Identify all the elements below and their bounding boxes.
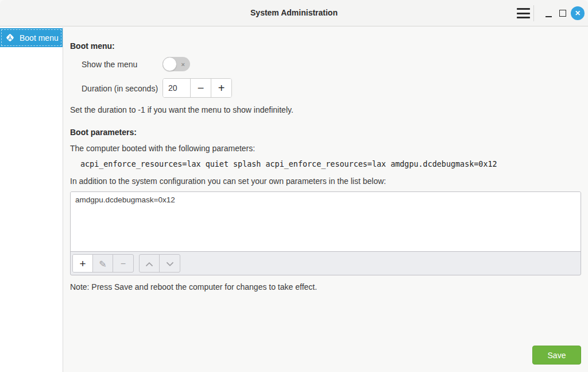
parameter-list-item[interactable]: amdgpu.dcdebugmask=0x12 [71,192,581,208]
show-menu-toggle[interactable]: × [163,57,190,71]
chevron-up-icon [145,262,153,267]
pencil-icon: ✎ [99,259,106,270]
close-icon: ✕ [575,9,581,17]
show-menu-label: Show the menu [82,60,137,69]
booted-params-label: The computer booted with the following p… [70,144,255,153]
boot-diamond-icon [5,33,15,43]
save-note: Note: Press Save and reboot the computer… [70,282,317,292]
parameters-toolbar: + ✎ − [71,252,581,275]
edit-parameter-button[interactable]: ✎ [93,255,113,273]
hamburger-bar [517,17,530,18]
minimize-button[interactable] [546,16,552,17]
toggle-knob [163,57,177,71]
toggle-off-icon: × [181,60,185,67]
maximize-button[interactable] [559,10,566,17]
move-down-button[interactable] [160,255,180,273]
main-content: Boot menu: Show the menu × Duration (in … [64,27,588,372]
add-parameter-button[interactable]: + [73,255,93,273]
duration-hint: Set the duration to -1 if you want the m… [70,105,293,114]
minus-icon: − [121,259,126,269]
close-button[interactable]: ✕ [571,6,585,20]
boot-menu-heading: Boot menu: [70,41,115,51]
sidebar-item-label: Boot menu [20,33,59,43]
booted-params-value: acpi_enforce_resources=lax quiet splash … [80,160,497,168]
minus-icon: − [198,82,204,95]
hamburger-menu-icon[interactable] [517,8,531,18]
remove-parameter-button[interactable]: − [113,255,133,273]
duration-increment-button[interactable]: + [211,79,231,97]
hamburger-bar [517,13,530,14]
plus-icon: + [218,82,225,95]
save-button[interactable]: Save [532,346,581,365]
duration-spinbutton: − + [163,78,232,98]
custom-params-label: In addition to the system configuration … [70,177,386,186]
parameters-list: amdgpu.dcdebugmask=0x12 + ✎ − [70,191,581,275]
move-button-group [139,254,180,273]
boot-parameters-heading: Boot parameters: [70,128,137,137]
duration-decrement-button[interactable]: − [190,79,211,97]
parameters-rows: amdgpu.dcdebugmask=0x12 [71,192,581,252]
titlebar: System Administration ✕ [0,0,588,26]
titlebar-separator [533,5,534,21]
duration-label: Duration (in seconds) [82,84,158,93]
move-up-button[interactable] [140,255,160,273]
sidebar: Boot menu [0,27,63,372]
sidebar-item-boot-menu[interactable]: Boot menu [0,28,63,47]
edit-button-group: + ✎ − [72,254,134,273]
save-button-label: Save [548,351,566,360]
hamburger-bar [517,8,530,10]
duration-input[interactable] [163,79,190,97]
chevron-down-icon [166,262,174,267]
window-title: System Administration [0,8,588,17]
plus-icon: + [79,258,86,270]
